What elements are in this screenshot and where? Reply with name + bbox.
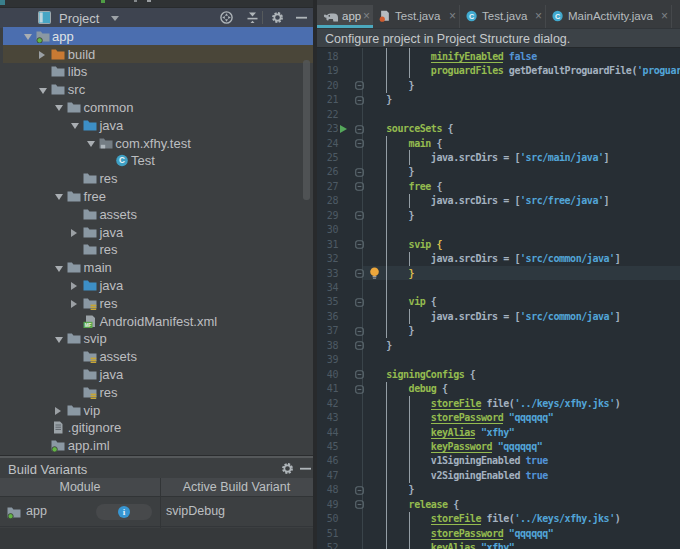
fold-marker[interactable] [355,327,364,336]
tree-item-label: res [99,242,117,257]
tree-collapse-icon[interactable] [71,229,77,237]
code-line: debug { [364,383,448,394]
folder-icon [51,83,65,96]
tree-collapse-icon[interactable] [71,300,77,308]
locate-file-button[interactable] [219,10,234,25]
tree-expand-icon[interactable] [55,194,63,200]
tree-item-app-iml[interactable]: app.iml [3,437,313,455]
fold-marker[interactable] [355,125,364,134]
code-token [364,65,431,76]
tree-scrollbar-thumb[interactable] [303,60,310,200]
fold-marker[interactable] [355,240,364,249]
code-token: 'src/main/java' [520,152,604,163]
fold-marker[interactable] [355,486,364,495]
fold-marker[interactable] [355,385,364,394]
code-line: main { [364,138,442,149]
tree-item-app[interactable]: app [3,27,313,45]
code-token: } [364,94,392,105]
tree-item-res[interactable]: res [3,170,313,188]
editor-tab-mainactivity-java[interactable]: CMainActivity.java× [546,5,672,28]
collapse-all-button[interactable] [245,10,260,25]
tree-item-java[interactable]: java [3,365,313,383]
close-icon[interactable]: × [661,9,668,23]
tree-item-res[interactable]: res [3,383,313,401]
editor-tab-test-java[interactable]: Test.java× [373,5,460,28]
tree-item-java[interactable]: java [3,116,313,134]
build-variants-table-header: Module Active Build Variant [0,478,313,497]
code-line: storeFile file('../keys/xfhy.jks') [364,513,620,524]
tree-item-androidmanifest-xml[interactable]: MFAndroidManifest.xml [3,312,313,330]
intention-lightbulb-icon[interactable] [369,267,380,280]
line-number: 18 [317,51,338,62]
tree-expand-icon[interactable] [39,88,47,94]
tree-expand-icon[interactable] [71,123,79,129]
editor-tab-app[interactable]: app× [317,5,373,28]
line-number: 46 [317,455,338,466]
build-variant-row[interactable]: app i svipDebug [0,498,313,527]
code-line: keyAlias "xfhy" [364,427,514,438]
code-line: proguardFiles getDefaultProguardFile('pr… [364,65,680,76]
fold-marker[interactable] [355,96,364,105]
fold-marker[interactable] [355,139,364,148]
tree-item-free[interactable]: free [3,187,313,205]
fold-marker[interactable] [355,81,364,90]
line-number: 38 [317,340,338,351]
tree-item-label: free [84,189,106,204]
fold-marker[interactable] [355,211,364,220]
tree-item-res[interactable]: res [3,241,313,259]
tree-item-assets[interactable]: assets [3,205,313,223]
code-token: keyAlias [431,427,476,439]
tree-item-build[interactable]: build [3,45,313,63]
tree-item-res[interactable]: res [3,294,313,312]
project-panel-title[interactable]: Project [59,11,99,26]
gear-icon[interactable] [270,10,285,25]
tree-item-vip[interactable]: vip [3,401,313,419]
run-gutter-icon[interactable] [340,125,347,133]
tree-collapse-icon[interactable] [55,407,61,415]
close-icon[interactable]: × [363,9,370,23]
tree-expand-icon[interactable] [55,337,63,343]
code-token: } [364,166,414,177]
chevron-down-icon[interactable] [111,16,119,21]
tree-item-src[interactable]: src [3,81,313,99]
fold-marker[interactable] [355,341,364,350]
code-token: ] [604,152,610,163]
project-tree[interactable]: appbuildlibssrccommonjavacom.xfhy.testCT… [0,27,313,456]
tree-item-svip[interactable]: svip [3,330,313,348]
code-token: 'src/common/java' [520,253,615,264]
code-token [364,542,431,549]
tree-item-java[interactable]: java [3,223,313,241]
fold-marker[interactable] [355,370,364,379]
active-build-variant[interactable]: svipDebug [166,504,225,518]
tree-item-assets[interactable]: assets [3,348,313,366]
editor-tab-test-java[interactable]: CTest.java× [460,5,546,28]
fold-marker[interactable] [355,298,364,307]
tree-expand-icon[interactable] [24,34,32,40]
hide-panel-button[interactable] [298,461,313,476]
tree-item-main[interactable]: main [3,259,313,277]
code-token: { [431,181,442,192]
fold-marker[interactable] [355,500,364,509]
variant-info-pill[interactable]: i [96,504,152,520]
tree-item-test[interactable]: CTest [3,152,313,170]
tree-expand-icon[interactable] [55,105,63,111]
tree-item-java[interactable]: java [3,276,313,294]
close-icon[interactable]: × [535,9,542,23]
tree-expand-icon[interactable] [55,266,63,272]
fold-marker[interactable] [355,269,364,278]
tree-item-libs[interactable]: libs [3,63,313,81]
close-icon[interactable]: × [449,9,456,23]
hide-panel-button[interactable] [294,10,309,25]
code-editor[interactable]: 18 minifyEnabled false19 proguardFiles g… [317,48,680,549]
fold-marker[interactable] [355,182,364,191]
gear-icon[interactable] [280,461,295,476]
tree-collapse-icon[interactable] [39,51,45,59]
tree-item-common[interactable]: common [3,98,313,116]
fold-marker[interactable] [355,168,364,177]
tree-expand-icon[interactable] [87,141,95,147]
code-line: v1SigningEnabled true [364,455,548,466]
tree-item--gitignore[interactable]: .gitignore [3,419,313,437]
code-token: java.srcDirs = [ [364,195,520,206]
tree-item-com-xfhy-test[interactable]: com.xfhy.test [3,134,313,152]
tree-collapse-icon[interactable] [71,282,77,290]
